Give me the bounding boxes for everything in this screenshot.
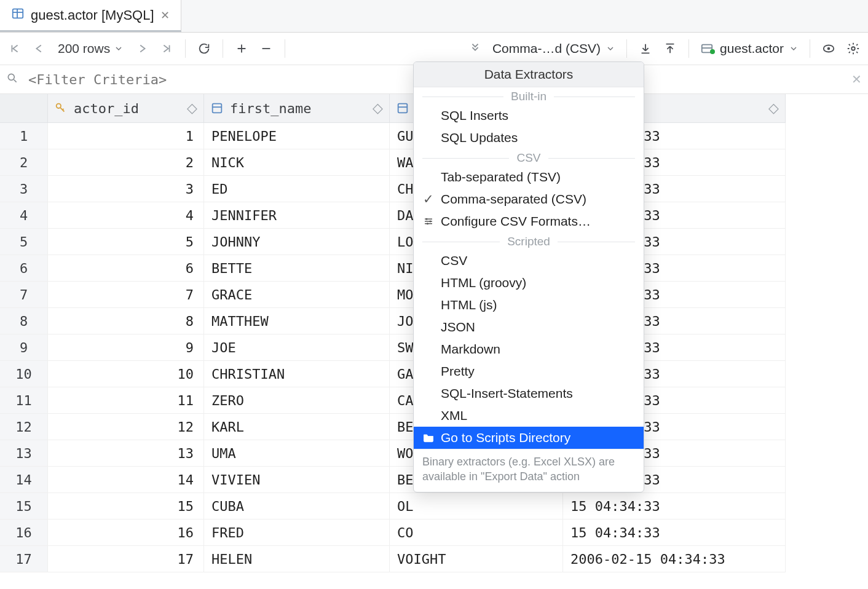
extractor-sql-updates[interactable]: SQL Updates bbox=[414, 127, 644, 149]
cell-first-name[interactable]: CHRISTIAN bbox=[204, 361, 390, 387]
cell-last-name[interactable]: VOIGHT bbox=[390, 546, 563, 572]
cell-first-name[interactable]: VIVIEN bbox=[204, 467, 390, 493]
cell-actor-id[interactable]: 5 bbox=[48, 229, 204, 255]
cell-actor-id[interactable]: 7 bbox=[48, 282, 204, 308]
cell-first-name[interactable]: ZERO bbox=[204, 387, 390, 414]
cell-actor-id[interactable]: 15 bbox=[48, 493, 204, 520]
cell-actor-id[interactable]: 8 bbox=[48, 308, 204, 334]
sort-icon: ◇ bbox=[373, 100, 383, 116]
cell-first-name[interactable]: HELEN bbox=[204, 546, 390, 572]
cell-first-name[interactable]: NICK bbox=[204, 149, 390, 176]
table-icon bbox=[11, 7, 25, 23]
editor-tab[interactable]: guest.actor [MySQL] ✕ bbox=[0, 0, 181, 32]
popup-footer: Binary extractors (e.g. Excel XLSX) are … bbox=[414, 449, 644, 492]
datasource-dropdown[interactable]: guest.actor bbox=[696, 41, 802, 56]
view-button[interactable] bbox=[818, 38, 840, 60]
next-page-button[interactable] bbox=[131, 38, 153, 60]
cell-actor-id[interactable]: 11 bbox=[48, 387, 204, 414]
remove-row-button[interactable] bbox=[255, 38, 277, 60]
cell-last-name[interactable]: OL bbox=[390, 493, 563, 520]
extractor-html-groovy[interactable]: HTML (groovy) bbox=[414, 272, 644, 294]
column-header-first-name[interactable]: first_name ◇ bbox=[204, 94, 390, 123]
first-page-button[interactable] bbox=[4, 38, 26, 60]
extractor-pretty[interactable]: Pretty bbox=[414, 360, 644, 382]
cell-actor-id[interactable]: 13 bbox=[48, 440, 204, 467]
cell-actor-id[interactable]: 10 bbox=[48, 361, 204, 387]
extractor-csv-script[interactable]: CSV bbox=[414, 250, 644, 272]
row-number-cell[interactable]: 12 bbox=[0, 414, 48, 440]
svg-point-3 bbox=[827, 47, 831, 50]
row-number-cell[interactable]: 7 bbox=[0, 282, 48, 308]
row-number-cell[interactable]: 8 bbox=[0, 308, 48, 334]
go-to-scripts-directory[interactable]: Go to Scripts Directory bbox=[414, 427, 644, 449]
cell-actor-id[interactable]: 16 bbox=[48, 520, 204, 546]
last-page-button[interactable] bbox=[156, 38, 178, 60]
extractor-markdown[interactable]: Markdown bbox=[414, 338, 644, 360]
cell-actor-id[interactable]: 6 bbox=[48, 255, 204, 282]
extractor-html-js[interactable]: HTML (js) bbox=[414, 294, 644, 316]
configure-csv-formats[interactable]: Configure CSV Formats… bbox=[414, 210, 644, 232]
cell-first-name[interactable]: JENNIFER bbox=[204, 202, 390, 229]
row-number-cell[interactable]: 2 bbox=[0, 149, 48, 176]
extractor-xml[interactable]: XML bbox=[414, 405, 644, 427]
cell-actor-id[interactable]: 14 bbox=[48, 467, 204, 493]
cell-first-name[interactable]: BETTE bbox=[204, 255, 390, 282]
row-number-cell[interactable]: 1 bbox=[0, 123, 48, 149]
cell-actor-id[interactable]: 12 bbox=[48, 414, 204, 440]
row-limit-dropdown[interactable]: 200 rows bbox=[53, 41, 128, 56]
settings-button[interactable] bbox=[842, 38, 864, 60]
row-number-header[interactable] bbox=[0, 94, 48, 123]
row-number-cell[interactable]: 3 bbox=[0, 176, 48, 202]
cell-first-name[interactable]: CUBA bbox=[204, 493, 390, 520]
add-row-button[interactable] bbox=[231, 38, 253, 60]
reload-button[interactable] bbox=[193, 38, 215, 60]
cell-first-name[interactable]: UMA bbox=[204, 440, 390, 467]
import-data-button[interactable] bbox=[659, 38, 681, 60]
separator bbox=[223, 39, 223, 58]
row-number-cell[interactable]: 14 bbox=[0, 467, 48, 493]
row-number-cell[interactable]: 4 bbox=[0, 202, 48, 229]
cell-actor-id[interactable]: 17 bbox=[48, 546, 204, 572]
cell-actor-id[interactable]: 3 bbox=[48, 176, 204, 202]
column-header-actor-id[interactable]: actor_id ◇ bbox=[48, 94, 204, 123]
extractor-sql-insert-stmts[interactable]: SQL-Insert-Statements bbox=[414, 382, 644, 405]
close-tab-icon[interactable]: ✕ bbox=[160, 9, 170, 22]
cell-first-name[interactable]: MATTHEW bbox=[204, 308, 390, 334]
popup-section-csv: CSV bbox=[414, 149, 644, 166]
row-number-cell[interactable]: 9 bbox=[0, 334, 48, 361]
export-data-button[interactable] bbox=[634, 38, 657, 60]
clear-filter-icon[interactable]: ✕ bbox=[851, 72, 862, 87]
cell-first-name[interactable]: GRACE bbox=[204, 282, 390, 308]
column-icon bbox=[396, 101, 409, 115]
cell-actor-id[interactable]: 9 bbox=[48, 334, 204, 361]
cell-first-name[interactable]: ED bbox=[204, 176, 390, 202]
extractor-json[interactable]: JSON bbox=[414, 316, 644, 338]
more-actions-button[interactable] bbox=[464, 38, 486, 60]
cell-actor-id[interactable]: 1 bbox=[48, 123, 204, 149]
extractor-dropdown[interactable]: Comma-…d (CSV) bbox=[489, 41, 619, 56]
cell-first-name[interactable]: KARL bbox=[204, 414, 390, 440]
row-number-cell[interactable]: 5 bbox=[0, 229, 48, 255]
prev-page-button[interactable] bbox=[28, 38, 50, 60]
cell-last-name[interactable]: CO bbox=[390, 520, 563, 546]
cell-first-name[interactable]: JOE bbox=[204, 334, 390, 361]
row-number-cell[interactable]: 13 bbox=[0, 440, 48, 467]
row-number-cell[interactable]: 17 bbox=[0, 546, 48, 572]
cell-first-name[interactable]: PENELOPE bbox=[204, 123, 390, 149]
cell-last-update[interactable]: 15 04:34:33 bbox=[563, 493, 786, 520]
row-number-cell[interactable]: 11 bbox=[0, 387, 48, 414]
row-number-cell[interactable]: 10 bbox=[0, 361, 48, 387]
cell-actor-id[interactable]: 2 bbox=[48, 149, 204, 176]
cell-actor-id[interactable]: 4 bbox=[48, 202, 204, 229]
row-number-cell[interactable]: 6 bbox=[0, 255, 48, 282]
extractor-csv[interactable]: ✓ Comma-separated (CSV) bbox=[414, 188, 644, 210]
extractor-tsv[interactable]: Tab-separated (TSV) bbox=[414, 166, 644, 188]
cell-last-update[interactable]: 2006-02-15 04:34:33 bbox=[563, 546, 786, 572]
extractor-sql-inserts[interactable]: SQL Inserts bbox=[414, 105, 644, 127]
datasource-label: guest.actor bbox=[720, 41, 784, 56]
row-number-cell[interactable]: 15 bbox=[0, 493, 48, 520]
cell-last-update[interactable]: 15 04:34:33 bbox=[563, 520, 786, 546]
cell-first-name[interactable]: JOHNNY bbox=[204, 229, 390, 255]
row-number-cell[interactable]: 16 bbox=[0, 520, 48, 546]
cell-first-name[interactable]: FRED bbox=[204, 520, 390, 546]
